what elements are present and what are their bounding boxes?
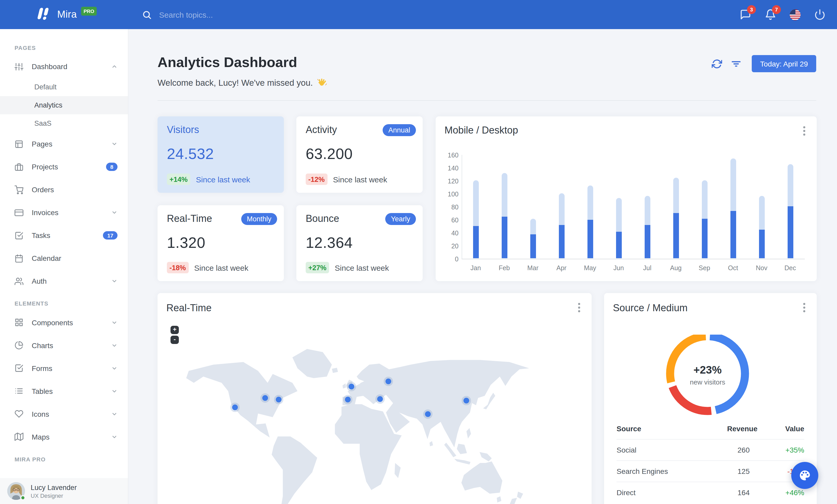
sidebar-item-orders[interactable]: Orders bbox=[0, 178, 128, 201]
map-marker[interactable] bbox=[463, 398, 469, 404]
language-flag-button[interactable] bbox=[790, 9, 801, 20]
map-marker[interactable] bbox=[262, 395, 268, 401]
sidebar-item-label: Components bbox=[32, 318, 107, 326]
page-subtitle-text: Welcome back, Lucy! We've missed you. bbox=[158, 78, 313, 87]
date-range-button[interactable]: Today: April 29 bbox=[752, 55, 816, 72]
map-marker[interactable] bbox=[386, 378, 391, 384]
x-axis-label: Jan bbox=[465, 264, 486, 272]
map-icon bbox=[15, 432, 23, 441]
map-marker[interactable] bbox=[349, 384, 354, 389]
chevron-down-icon bbox=[111, 365, 118, 371]
stat-note: Since last week bbox=[333, 175, 387, 184]
sidebar-section-label: PAGES bbox=[0, 29, 128, 55]
sidebar-item-components[interactable]: Components bbox=[0, 311, 128, 334]
sidebar-item-label: Projects bbox=[32, 163, 106, 171]
search-placeholder: Search topics... bbox=[159, 10, 213, 19]
sidebar-item-invoices[interactable]: Invoices bbox=[0, 201, 128, 224]
stat-period-badge[interactable]: Monthly bbox=[241, 213, 277, 225]
header-divider bbox=[158, 100, 816, 101]
sidebar-item-charts[interactable]: Charts bbox=[0, 334, 128, 357]
sidebar-item-tables[interactable]: Tables bbox=[0, 379, 128, 403]
x-axis-label: Dec bbox=[780, 264, 801, 272]
sidebar-item-label: Orders bbox=[32, 186, 118, 194]
sidebar-subitem-saas[interactable]: SaaS bbox=[0, 114, 128, 132]
briefcase-icon bbox=[15, 162, 23, 171]
map-marker[interactable] bbox=[377, 396, 383, 402]
bar-aug bbox=[673, 178, 679, 258]
check-square-icon bbox=[15, 364, 23, 373]
layout-icon bbox=[15, 139, 23, 148]
brand[interactable]: Mira PRO bbox=[0, 8, 128, 21]
world-map[interactable] bbox=[158, 312, 592, 504]
mira-logo-icon bbox=[36, 8, 52, 21]
sidebar-item-tasks[interactable]: Tasks17 bbox=[0, 224, 128, 247]
source-table: SourceRevenueValueSocial260+35%Search En… bbox=[617, 418, 804, 503]
x-axis-label: Aug bbox=[665, 264, 686, 272]
sidebar-item-calendar[interactable]: Calendar bbox=[0, 247, 128, 270]
stat-period-badge[interactable]: Yearly bbox=[385, 213, 416, 225]
messages-button[interactable]: 3 bbox=[740, 9, 751, 20]
sidebar-item-icons[interactable]: Icons bbox=[0, 403, 128, 425]
bar-chart: 020406080100120140160JanFebMarAprMayJunJ… bbox=[462, 155, 805, 259]
calendar-icon bbox=[15, 254, 23, 263]
map-marker[interactable] bbox=[232, 405, 238, 410]
search-icon bbox=[142, 10, 152, 19]
y-axis-label: 160 bbox=[440, 152, 459, 159]
stat-value: 63.200 bbox=[306, 146, 413, 163]
sidebar-item-forms[interactable]: Forms bbox=[0, 357, 128, 379]
sidebar-item-auth[interactable]: Auth bbox=[0, 270, 128, 293]
sidebar-item-label: Icons bbox=[32, 410, 107, 418]
sidebar-subitem-analytics[interactable]: Analytics bbox=[0, 96, 128, 114]
x-axis-label: Sep bbox=[694, 264, 715, 272]
page-subtitle: Welcome back, Lucy! We've missed you. bbox=[158, 77, 327, 88]
sidebar-item-pages[interactable]: Pages bbox=[0, 132, 128, 155]
donut-center-value: +23% bbox=[694, 363, 722, 376]
y-axis-label: 140 bbox=[440, 165, 459, 172]
sidebar-item-dashboard[interactable]: Dashboard bbox=[0, 55, 128, 78]
brand-name: Mira bbox=[57, 9, 77, 20]
sidebar-item-label: Calendar bbox=[32, 254, 118, 262]
sidebar-item-label: Tables bbox=[32, 387, 107, 395]
sliders-icon bbox=[15, 62, 23, 71]
y-axis-label: 20 bbox=[440, 243, 459, 250]
card-menu-button[interactable] bbox=[803, 301, 805, 314]
map-marker[interactable] bbox=[425, 411, 431, 417]
notifications-button[interactable]: 7 bbox=[765, 9, 776, 20]
x-axis-label: Mar bbox=[522, 264, 543, 272]
chevron-down-icon bbox=[111, 209, 118, 216]
sidebar-subitem-default[interactable]: Default bbox=[0, 78, 128, 96]
sign-out-button[interactable] bbox=[814, 9, 825, 20]
theme-settings-fab[interactable] bbox=[791, 462, 818, 489]
search-input[interactable]: Search topics... bbox=[142, 10, 213, 19]
stat-delta: +14% bbox=[167, 173, 190, 185]
stat-period-badge[interactable]: Annual bbox=[382, 124, 416, 136]
bar-jan bbox=[473, 180, 479, 258]
table-header-row: SourceRevenueValue bbox=[617, 418, 804, 439]
x-axis-label: Jun bbox=[608, 264, 629, 272]
check-square-icon bbox=[15, 231, 23, 240]
sidebar-item-label: Invoices bbox=[32, 208, 107, 217]
chevron-up-icon bbox=[111, 63, 118, 70]
card-menu-button[interactable] bbox=[803, 125, 805, 137]
x-axis-label: Apr bbox=[551, 264, 572, 272]
x-axis-label: Nov bbox=[751, 264, 772, 272]
page-title: Analytics Dashboard bbox=[158, 55, 297, 71]
filter-button[interactable] bbox=[731, 58, 741, 69]
refresh-button[interactable] bbox=[712, 58, 722, 69]
bar-may bbox=[587, 186, 593, 258]
sidebar-item-projects[interactable]: Projects8 bbox=[0, 155, 128, 178]
cart-icon bbox=[15, 185, 23, 194]
chevron-down-icon bbox=[111, 434, 118, 440]
map-marker[interactable] bbox=[345, 397, 351, 403]
bar-jul bbox=[644, 196, 650, 258]
stat-card-realtime: Real-Time Monthly 1.320 -18%Since last w… bbox=[158, 205, 284, 281]
users-icon bbox=[15, 277, 23, 285]
map-marker[interactable] bbox=[276, 397, 282, 403]
x-axis-label: Jul bbox=[637, 264, 658, 272]
sidebar-item-badge: 17 bbox=[103, 231, 118, 240]
stat-card-bounce: Bounce Yearly 12.364 +27%Since last week bbox=[296, 205, 423, 281]
sidebar-item-maps[interactable]: Maps bbox=[0, 425, 128, 448]
messages-count-badge: 3 bbox=[747, 5, 756, 14]
sidebar-item-label: Auth bbox=[32, 277, 107, 285]
sidebar-user[interactable]: Lucy Lavender UX Designer bbox=[0, 478, 128, 504]
